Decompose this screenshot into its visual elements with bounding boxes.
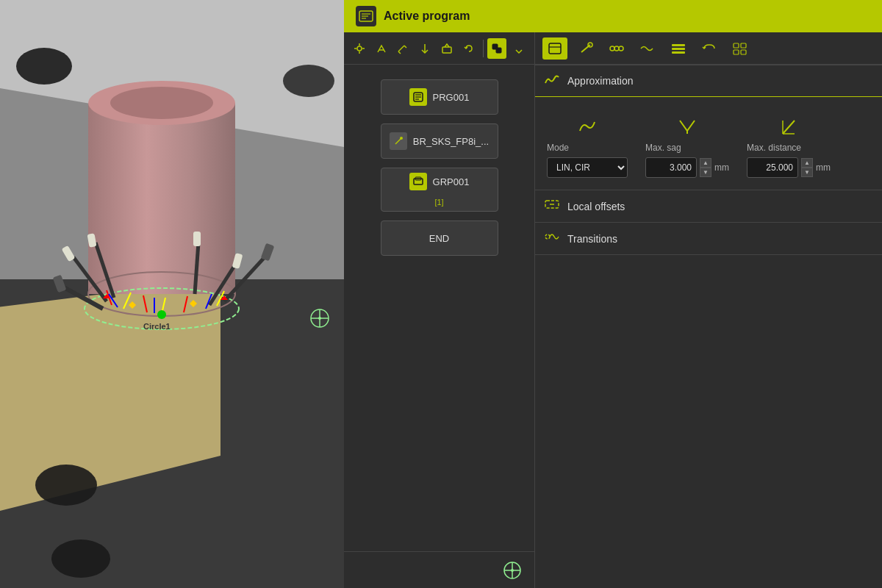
params-row: Mode LIN, CIRLINCIRPOLY Max. sag bbox=[547, 115, 870, 178]
toolbar-btn-down[interactable] bbox=[415, 38, 434, 59]
svg-point-78 bbox=[614, 46, 619, 51]
mode-param-group: Mode LIN, CIRLINCIRPOLY bbox=[547, 115, 628, 178]
mode-icon bbox=[547, 115, 628, 138]
scene-svg: Circle1 bbox=[0, 0, 344, 588]
max-sag-unit: mm bbox=[714, 162, 729, 173]
header-bar: Active program bbox=[344, 0, 882, 32]
svg-point-10 bbox=[110, 87, 213, 119]
toolbar-btn-settings[interactable] bbox=[350, 38, 369, 59]
program-toolbar bbox=[344, 32, 534, 65]
max-sag-spinbox: ▲ ▼ bbox=[700, 158, 711, 177]
main-panel: Active program bbox=[344, 0, 882, 588]
max-sag-input[interactable] bbox=[645, 157, 697, 178]
max-distance-spinbox: ▲ ▼ bbox=[801, 158, 813, 177]
content-area: PRG001 BR_SKS_FP8i_... GRP001 bbox=[344, 32, 882, 588]
toolbar-separator bbox=[483, 40, 484, 57]
svg-rect-86 bbox=[741, 50, 746, 54]
svg-line-55 bbox=[404, 46, 406, 48]
svg-point-43 bbox=[318, 317, 321, 320]
right-toolbar-btn-tool2[interactable] bbox=[573, 37, 598, 60]
right-toolbar-btn-chain[interactable] bbox=[604, 37, 629, 60]
toolbar-btn-expand[interactable] bbox=[509, 38, 528, 59]
transitions-section[interactable]: Transitions bbox=[535, 223, 882, 255]
svg-line-88 bbox=[783, 121, 795, 134]
right-toolbar-btn-rotate[interactable] bbox=[697, 37, 722, 60]
grp001-sub: [1] bbox=[434, 198, 443, 207]
max-distance-label: Max. distance bbox=[747, 143, 831, 153]
mode-select[interactable]: LIN, CIRLINCIRPOLY bbox=[547, 157, 628, 178]
max-sag-spin-up[interactable]: ▲ bbox=[700, 158, 711, 168]
header-icon bbox=[356, 6, 376, 26]
grp001-label: GRP001 bbox=[433, 176, 470, 187]
svg-point-4 bbox=[16, 48, 72, 85]
prg001-label: PRG001 bbox=[433, 92, 470, 103]
approximation-title: Approximation bbox=[567, 75, 634, 87]
mode-input-row: LIN, CIRLINCIRPOLY bbox=[547, 157, 628, 178]
svg-point-7 bbox=[51, 539, 110, 578]
max-distance-param-group: Max. distance ▲ ▼ mm bbox=[747, 115, 831, 178]
br-sks-icon bbox=[390, 132, 407, 150]
3d-viewport[interactable]: Circle1 bbox=[0, 0, 344, 588]
toolbar-btn-undo[interactable] bbox=[459, 38, 478, 59]
svg-line-56 bbox=[398, 51, 401, 54]
local-offsets-section[interactable]: Local offsets bbox=[535, 190, 882, 223]
approximation-content: Mode LIN, CIRLINCIRPOLY Max. sag bbox=[535, 97, 882, 190]
right-toolbar-btn-plane[interactable] bbox=[542, 37, 567, 60]
right-toolbar-btn-grid[interactable] bbox=[728, 37, 753, 60]
toolbar-btn-tool[interactable] bbox=[372, 38, 391, 59]
grp001-icon bbox=[409, 173, 427, 190]
svg-point-79 bbox=[619, 46, 623, 51]
crosshair-icon bbox=[502, 560, 523, 581]
transitions-title: Transitions bbox=[567, 233, 617, 245]
svg-rect-73 bbox=[549, 43, 561, 54]
toolbar-btn-import[interactable] bbox=[437, 38, 456, 59]
svg-rect-24 bbox=[193, 232, 201, 246]
max-distance-input[interactable] bbox=[747, 157, 798, 178]
right-toolbar bbox=[535, 32, 882, 65]
svg-rect-83 bbox=[734, 43, 739, 48]
max-sag-param-group: Max. sag ▲ ▼ mm bbox=[645, 115, 729, 178]
max-distance-unit: mm bbox=[816, 162, 831, 173]
transitions-icon bbox=[544, 230, 560, 247]
max-distance-icon bbox=[747, 115, 831, 138]
program-item-prg001[interactable]: PRG001 bbox=[381, 79, 498, 115]
max-sag-input-row: ▲ ▼ mm bbox=[645, 157, 729, 178]
program-item-end[interactable]: END bbox=[381, 220, 498, 256]
svg-rect-85 bbox=[734, 50, 739, 54]
svg-point-72 bbox=[511, 569, 514, 572]
right-toolbar-btn-layers[interactable] bbox=[666, 37, 691, 60]
svg-point-93 bbox=[545, 234, 550, 239]
max-distance-spin-down[interactable]: ▼ bbox=[801, 168, 813, 177]
program-panel: PRG001 BR_SKS_FP8i_... GRP001 bbox=[344, 32, 535, 588]
svg-point-6 bbox=[35, 465, 97, 506]
svg-point-34 bbox=[157, 310, 166, 319]
svg-point-77 bbox=[610, 46, 614, 51]
max-distance-spin-up[interactable]: ▲ bbox=[801, 158, 813, 168]
grp001-row: GRP001 bbox=[409, 173, 470, 190]
svg-point-66 bbox=[400, 137, 403, 140]
svg-rect-82 bbox=[672, 51, 685, 54]
svg-rect-80 bbox=[672, 44, 685, 46]
svg-rect-60 bbox=[496, 48, 501, 53]
axis-indicator bbox=[309, 307, 331, 329]
header-title: Active program bbox=[384, 10, 470, 23]
local-offsets-title: Local offsets bbox=[567, 201, 625, 212]
max-sag-label: Max. sag bbox=[645, 143, 729, 153]
toolbar-btn-edit[interactable] bbox=[394, 38, 413, 59]
approximation-section-header[interactable]: Approximation bbox=[535, 65, 882, 97]
program-item-grp001[interactable]: GRP001 [1] bbox=[381, 168, 498, 212]
max-sag-spin-down[interactable]: ▼ bbox=[700, 168, 711, 177]
properties-panel: Approximation Mode LIN, CIRLINCIRPOLY bbox=[535, 32, 882, 588]
program-icon bbox=[359, 10, 373, 22]
program-item-br-sks[interactable]: BR_SKS_FP8i_... bbox=[381, 123, 498, 159]
br-sks-label: BR_SKS_FP8i_... bbox=[413, 136, 489, 147]
scene-background: Circle1 bbox=[0, 0, 344, 588]
toolbar-btn-view[interactable] bbox=[487, 38, 506, 59]
max-distance-input-row: ▲ ▼ mm bbox=[747, 157, 831, 178]
end-label: END bbox=[429, 233, 449, 244]
right-toolbar-btn-wave[interactable] bbox=[635, 37, 660, 60]
svg-rect-8 bbox=[88, 103, 235, 294]
viewport-crosshair-area bbox=[344, 551, 534, 588]
approximation-icon bbox=[544, 73, 560, 90]
svg-line-54 bbox=[398, 46, 404, 51]
